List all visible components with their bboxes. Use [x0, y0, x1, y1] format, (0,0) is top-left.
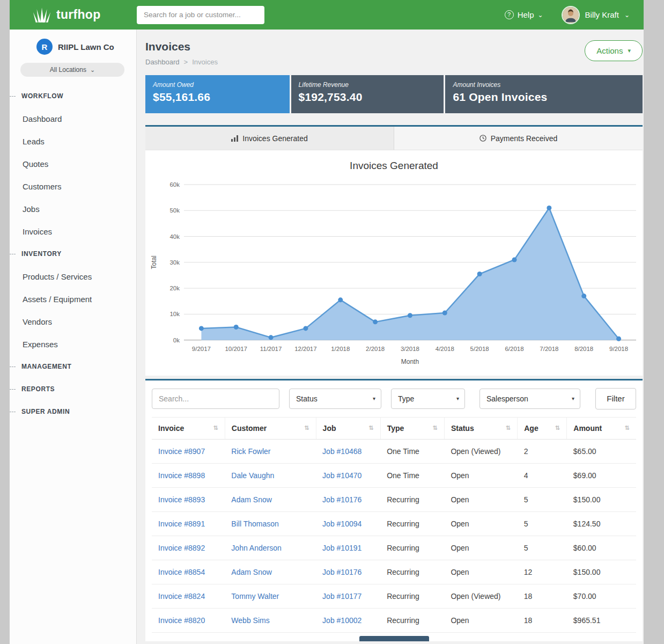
salesperson-select[interactable]: Salesperson▾ [479, 389, 580, 409]
column-header-type[interactable]: Type⇅ [380, 417, 444, 439]
column-header-amount[interactable]: Amount⇅ [567, 417, 636, 439]
cell-amount: $69.00 [567, 463, 636, 487]
sidebar-item-dashboard[interactable]: Dashboard [10, 107, 136, 130]
type-select[interactable]: Type▾ [391, 389, 465, 409]
sidebar-section-reports[interactable]: REPORTS [10, 378, 136, 400]
job-link[interactable]: Job #10002 [322, 616, 361, 625]
sidebar-item-assets-equipment[interactable]: Assets / Equipment [10, 288, 136, 310]
job-link[interactable]: Job #10468 [322, 447, 361, 456]
cell-amount: $150.00 [567, 560, 636, 584]
sort-icon: ⇅ [304, 425, 309, 431]
cell-amount: $65.00 [567, 439, 636, 463]
cell-type: Recurring [380, 536, 444, 560]
sidebar-item-products-services[interactable]: Products / Services [10, 265, 136, 288]
tree-dash-icon [10, 367, 16, 367]
cell-job: Job #10191 [316, 536, 380, 560]
sidebar-item-customers[interactable]: Customers [10, 175, 136, 197]
sidebar-section-inventory[interactable]: INVENTORY [10, 243, 136, 265]
pagination-partial[interactable] [359, 636, 429, 641]
svg-text:40k: 40k [169, 233, 180, 240]
sidebar-item-jobs[interactable]: Jobs [10, 197, 136, 220]
invoice-link[interactable]: Invoice #8854 [158, 568, 205, 576]
cell-status: Open [444, 560, 517, 584]
customer-link[interactable]: Bill Thomason [231, 519, 278, 528]
column-header-age[interactable]: Age⇅ [518, 417, 567, 439]
cell-job: Job #10468 [316, 439, 380, 463]
customer-link[interactable]: John Anderson [231, 544, 281, 552]
customer-link[interactable]: Tommy Walter [231, 592, 279, 601]
invoice-link[interactable]: Invoice #8824 [158, 592, 205, 601]
select-value: Type [398, 394, 414, 403]
sidebar-section-management[interactable]: MANAGEMENT [10, 355, 136, 378]
sort-icon: ⇅ [625, 425, 630, 431]
bar-chart-icon [231, 135, 238, 142]
actions-button[interactable]: Actions ▾ [585, 40, 643, 61]
cell-age: 18 [518, 608, 567, 632]
company-name: RIIPL Lawn Co [58, 42, 114, 52]
customer-link[interactable]: Adam Snow [231, 495, 271, 504]
job-link[interactable]: Job #10176 [322, 495, 361, 504]
job-link[interactable]: Job #10177 [322, 592, 361, 601]
tab-payments-received[interactable]: Payments Received [394, 127, 643, 150]
job-link[interactable]: Job #10094 [322, 519, 361, 528]
status-select[interactable]: Status▾ [289, 389, 381, 409]
select-caret-icon: ▾ [572, 396, 574, 401]
sidebar-item-invoices[interactable]: Invoices [10, 220, 136, 243]
cell-job: Job #10002 [316, 608, 380, 632]
invoice-link[interactable]: Invoice #8907 [158, 447, 205, 456]
sidebar-item-vendors[interactable]: Vendors [10, 310, 136, 333]
caret-down-icon: ▾ [628, 47, 631, 54]
svg-text:12/2017: 12/2017 [294, 346, 316, 352]
invoice-link[interactable]: Invoice #8898 [158, 471, 205, 480]
invoice-link[interactable]: Invoice #8892 [158, 544, 205, 552]
table-search-input[interactable] [152, 389, 279, 409]
help-menu[interactable]: ? Help ⌄ [505, 10, 543, 19]
svg-text:50k: 50k [169, 207, 180, 214]
sidebar-item-leads[interactable]: Leads [10, 130, 136, 152]
sidebar-item-quotes[interactable]: Quotes [10, 152, 136, 175]
sidebar-section-super-admin[interactable]: SUPER ADMIN [10, 400, 136, 423]
sidebar-section-workflow[interactable]: WORKFLOW [10, 85, 136, 107]
invoices-table: Invoice⇅Customer⇅Job⇅Type⇅Status⇅Age⇅Amo… [152, 417, 636, 633]
sidebar-item-expenses[interactable]: Expenses [10, 333, 136, 355]
job-link[interactable]: Job #10191 [322, 544, 361, 552]
svg-text:8/2018: 8/2018 [574, 346, 593, 352]
brand-logo[interactable]: turfhop [10, 7, 137, 23]
stat-card-lifetime-revenue: Lifetime Revenue$192,753.40 [291, 75, 444, 113]
column-label: Type [387, 424, 404, 433]
chart-card: Invoices GeneratedPayments Received Invo… [145, 125, 643, 376]
svg-text:10k: 10k [169, 311, 180, 317]
tree-dash-icon [10, 254, 16, 254]
filter-button[interactable]: Filter [595, 388, 636, 409]
cell-amount: $965.51 [567, 608, 636, 632]
invoice-link[interactable]: Invoice #8820 [158, 616, 205, 625]
column-header-status[interactable]: Status⇅ [444, 417, 517, 439]
stat-card-amount-owed: Amount Owed$55,161.66 [145, 75, 290, 113]
invoice-link[interactable]: Invoice #8893 [158, 495, 205, 504]
column-header-invoice[interactable]: Invoice⇅ [152, 417, 225, 439]
invoice-link[interactable]: Invoice #8891 [158, 519, 205, 528]
column-header-job[interactable]: Job⇅ [316, 417, 380, 439]
svg-text:Month: Month [401, 358, 419, 365]
cell-customer: Adam Snow [225, 487, 316, 511]
job-link[interactable]: Job #10176 [322, 568, 361, 576]
cell-type: Recurring [380, 511, 444, 536]
tab-invoices-generated[interactable]: Invoices Generated [145, 127, 394, 150]
global-search-input[interactable] [137, 6, 264, 24]
topbar: turfhop ? Help ⌄ Billy Kraft ⌄ [10, 0, 644, 30]
job-link[interactable]: Job #10470 [322, 471, 361, 480]
customer-link[interactable]: Rick Fowler [231, 447, 270, 456]
chart-tabs: Invoices GeneratedPayments Received [145, 125, 643, 150]
customer-link[interactable]: Adam Snow [231, 568, 271, 576]
cell-job: Job #10176 [316, 487, 380, 511]
column-header-customer[interactable]: Customer⇅ [225, 417, 316, 439]
cell-job: Job #10177 [316, 584, 380, 608]
customer-link[interactable]: Dale Vaughn [231, 471, 274, 480]
table-row: Invoice #8892John AndersonJob #10191Recu… [152, 536, 636, 560]
customer-link[interactable]: Webb Sims [231, 616, 269, 625]
user-menu[interactable]: Billy Kraft ⌄ [562, 6, 630, 24]
stat-value: 61 Open Invoices [453, 91, 635, 104]
location-selector[interactable]: All Locations ⌄ [20, 63, 124, 77]
help-label: Help [518, 10, 534, 19]
breadcrumb-dashboard-link[interactable]: Dashboard [145, 58, 180, 66]
